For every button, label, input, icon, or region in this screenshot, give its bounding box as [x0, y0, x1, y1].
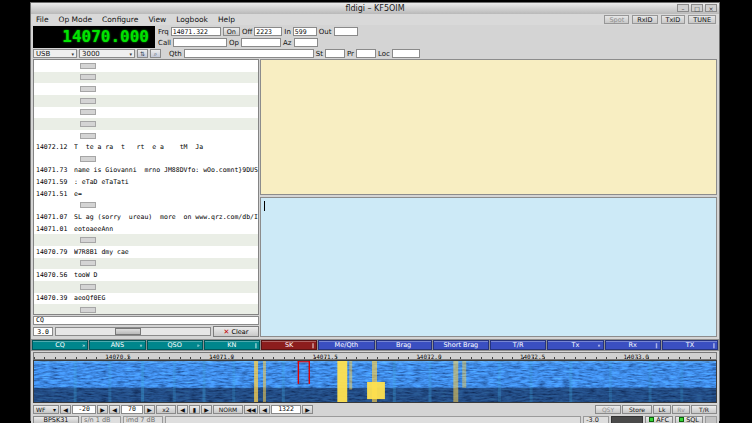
pr-field[interactable] — [356, 49, 376, 58]
browser-row[interactable]: 14071.51e= — [34, 188, 258, 200]
rxid-button[interactable]: RxID — [632, 15, 657, 24]
range-up-icon[interactable]: ▶ — [144, 405, 155, 414]
browser-row[interactable] — [34, 281, 258, 293]
macro-button-kn[interactable]: KN‖ — [204, 340, 260, 350]
upper-level-down-icon[interactable]: ◀ — [60, 405, 71, 414]
qth-field[interactable] — [184, 49, 314, 58]
macro-button-rx[interactable]: Rx‖ — [605, 340, 661, 350]
browser-row[interactable]: 14071.73name is Giovanni mrno JM88DVfo: … — [34, 165, 258, 177]
spin-icon[interactable]: ⇅ — [137, 49, 148, 58]
loc-field[interactable] — [392, 49, 420, 58]
macro-button-sk[interactable]: SK‖ — [261, 340, 317, 350]
menu-configure[interactable]: Configure — [97, 15, 143, 24]
browser-row[interactable]: 14071.01eotoaeeAnn — [34, 223, 258, 235]
waterfall-display[interactable] — [33, 360, 717, 403]
txrx-button[interactable]: T/R — [691, 405, 717, 414]
st-field[interactable] — [325, 49, 345, 58]
search-icon[interactable]: ⌕ — [150, 49, 161, 58]
macro-button-tx[interactable]: TX‖ — [662, 340, 718, 350]
call-field[interactable] — [173, 38, 227, 47]
on-button[interactable]: On — [223, 27, 240, 36]
chevron-down-icon: ▾ — [53, 406, 56, 413]
browser-row[interactable] — [34, 118, 258, 130]
zoom-select[interactable]: x2 — [156, 405, 176, 414]
squelch-slider-thumb[interactable] — [115, 328, 141, 335]
out-field[interactable] — [334, 27, 358, 36]
qsy-button[interactable]: QSY — [595, 405, 621, 414]
browser-row[interactable]: 14070.79W7R8B1 dmy cae — [34, 246, 258, 258]
macro-button-short-brag[interactable]: Short Brag — [433, 340, 489, 350]
store-button[interactable]: Store — [622, 405, 652, 414]
frq-label: Frq — [158, 28, 169, 36]
browser-row[interactable]: 14072.12T te a ra t rt e a tM Ja — [34, 141, 258, 153]
tune-button[interactable]: TUNE — [688, 15, 716, 24]
browser-search-input[interactable]: CQ — [33, 316, 259, 325]
sql-button[interactable]: SQL — [675, 416, 703, 423]
browser-row[interactable] — [34, 83, 258, 95]
browser-row[interactable] — [34, 130, 258, 142]
shift-left-icon[interactable]: ◀ — [177, 405, 188, 414]
txid-button[interactable]: TxID — [661, 15, 686, 24]
afc-button[interactable]: AFC — [645, 416, 673, 423]
signal-browser[interactable]: 14072.12T te a ra t rt e a tM Ja14071.73… — [33, 59, 259, 315]
receive-text-pane[interactable] — [260, 59, 717, 195]
transmit-text-pane[interactable] — [260, 197, 717, 337]
freq-down-icon[interactable]: ◀ — [259, 405, 270, 414]
range-down-icon[interactable]: ◀ — [109, 405, 120, 414]
browser-row[interactable] — [34, 234, 258, 246]
freq-up-icon[interactable]: ▶ — [302, 405, 313, 414]
macro-glyph-icon: ‖ — [312, 342, 315, 348]
browser-row[interactable]: 14070.39aeoQf0EG — [34, 293, 258, 305]
clear-button[interactable]: ✕ Clear — [213, 326, 259, 337]
browser-row[interactable] — [34, 304, 258, 315]
seek-left-icon[interactable]: ◀◀ — [244, 405, 258, 414]
macro-button-t-r[interactable]: T/R — [490, 340, 546, 350]
menu-help[interactable]: Help — [213, 15, 240, 24]
browser-row[interactable] — [34, 153, 258, 165]
frequency-display[interactable]: 14070.000 — [33, 26, 155, 48]
browser-row[interactable]: 14071.07SL ag (sorry ureau) more on www.… — [34, 211, 258, 223]
macro-button-ans[interactable]: ANS» — [89, 340, 145, 350]
macro-button-cq[interactable]: CQ» — [32, 340, 88, 350]
browser-row[interactable] — [34, 258, 258, 270]
browser-row[interactable]: 14070.56tooW D — [34, 269, 258, 281]
menu-items: FileOp ModeConfigureViewLogbookHelp — [31, 15, 240, 24]
browser-row[interactable] — [34, 95, 258, 107]
macro-button-brag[interactable]: Brag — [376, 340, 432, 350]
minimize-icon[interactable]: – — [677, 4, 689, 12]
macro-button-qso[interactable]: QSO» — [147, 340, 203, 350]
wf-mode-select[interactable]: WF ▾ — [33, 405, 59, 414]
fldigi-window: fldigi – KF5OIM – □ × FileOp ModeConfigu… — [30, 2, 720, 421]
center-signal-icon[interactable]: ▮ — [189, 405, 200, 414]
in-field[interactable]: 599 — [293, 27, 317, 36]
off-field[interactable]: 2223 — [254, 27, 282, 36]
bandwidth-select[interactable]: 3000 ▾ — [79, 49, 135, 58]
sideband-select[interactable]: USB ▾ — [33, 49, 77, 58]
qth-label: Qth — [169, 50, 182, 58]
browser-row[interactable] — [34, 200, 258, 212]
browser-row[interactable]: 14071.59: eTaD eTaTati — [34, 176, 258, 188]
frq-field[interactable]: 14071.322 — [171, 27, 221, 36]
menu-op-mode[interactable]: Op Mode — [54, 15, 97, 24]
upper-level-up-icon[interactable]: ▶ — [97, 405, 108, 414]
menu-view[interactable]: View — [143, 15, 171, 24]
op-field[interactable] — [241, 38, 281, 47]
browser-row[interactable] — [34, 60, 258, 72]
macro-button-me-qth[interactable]: Me/Qth — [318, 340, 374, 350]
maximize-icon[interactable]: □ — [691, 4, 703, 12]
lock-button[interactable]: Lk — [653, 405, 671, 414]
waterfall-scale[interactable]: 14070.514071.014071.514072.014072.514073… — [33, 352, 717, 360]
browser-row[interactable] — [34, 107, 258, 119]
close-icon[interactable]: × — [705, 4, 717, 12]
reverse-button[interactable]: Rv — [672, 405, 690, 414]
az-field[interactable] — [294, 38, 318, 47]
carrier-mode-select[interactable]: NORM — [213, 405, 243, 414]
squelch-slider[interactable] — [55, 327, 211, 336]
macro-button-tx[interactable]: Tx» — [547, 340, 603, 350]
menu-logbook[interactable]: Logbook — [171, 15, 213, 24]
menu-file[interactable]: File — [31, 15, 54, 24]
spot-button[interactable]: Spot — [604, 15, 629, 24]
mode-button[interactable]: BPSK31 — [33, 416, 79, 423]
shift-right-icon[interactable]: ▶ — [201, 405, 212, 414]
browser-row[interactable] — [34, 72, 258, 84]
